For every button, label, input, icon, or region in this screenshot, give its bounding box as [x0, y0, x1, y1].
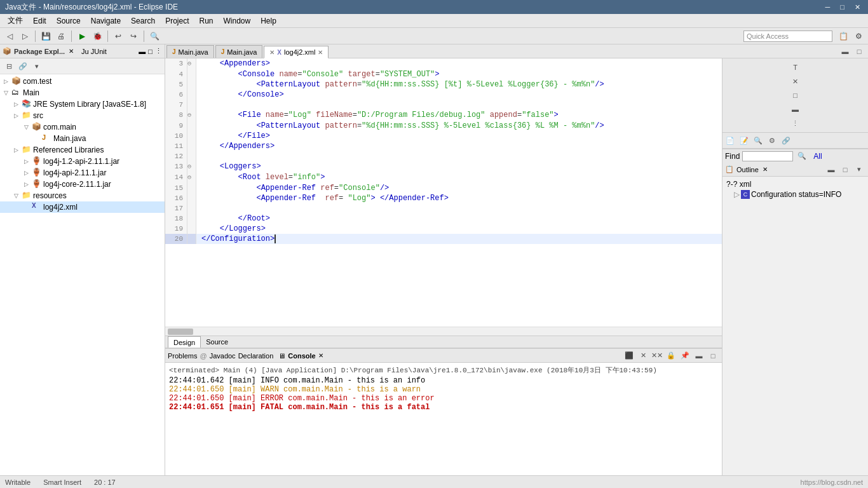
menu-search[interactable]: Search	[126, 15, 160, 27]
tree-item-commain[interactable]: ▽ 📦 com.main	[0, 121, 165, 133]
line-marker	[187, 141, 196, 151]
maximize-editor[interactable]: □	[853, 45, 865, 58]
tree-item-src[interactable]: ▷ 📁 src	[0, 110, 165, 121]
toolbar-save[interactable]: 💾	[39, 29, 53, 43]
menu-文件[interactable]: 文件	[3, 14, 28, 27]
find-input[interactable]	[742, 151, 793, 161]
tree-item-comtest[interactable]: ▷ 📦 com.test	[0, 76, 165, 87]
tree-item-log4j3[interactable]: ▷ 🏺 log4j-core-2.11.1.jar	[0, 179, 165, 190]
menu-navigate[interactable]: Navigate	[86, 15, 126, 27]
close-console-btn[interactable]: ✕	[637, 349, 649, 362]
toolbar-undo[interactable]: ↩	[111, 29, 125, 43]
tree-item-reflibrary[interactable]: ▷ 📁 Referenced Libraries	[0, 144, 165, 156]
pin-btn[interactable]: 📌	[679, 349, 691, 362]
maximize-left-icon[interactable]: □	[148, 48, 153, 55]
outline-item-xml[interactable]: ?-? xml	[726, 179, 864, 189]
toolbar-back[interactable]: ◁	[3, 29, 17, 43]
clear-console-btn[interactable]: ✕✕	[651, 349, 663, 362]
tree-item-log4j2xml[interactable]: X log4j2.xml	[0, 201, 165, 213]
console-tab[interactable]: Console	[288, 352, 315, 360]
problems-tab[interactable]: Problems	[168, 352, 197, 360]
junit-tab-label[interactable]: Ju JUnit	[81, 48, 107, 55]
right-tool-5[interactable]: ⋮	[789, 117, 802, 130]
menu-edit[interactable]: Edit	[28, 15, 51, 27]
stop-btn[interactable]: ⬛	[623, 349, 635, 362]
right-btn-b[interactable]: 📝	[738, 134, 750, 147]
tree-label: log4j-core-2.11.1.jar	[43, 180, 111, 189]
scroll-lock-btn[interactable]: 🔒	[665, 349, 677, 362]
right-tool-3[interactable]: □	[789, 89, 802, 102]
code-editor[interactable]: 3 ⊖ <Appenders> 4 <Console name="Console…	[165, 58, 722, 327]
right-tool-1[interactable]: T	[789, 61, 802, 74]
toolbar-search[interactable]: 🔍	[147, 29, 161, 43]
right-tool-2[interactable]: ✕	[789, 75, 802, 88]
menu-project[interactable]: Project	[160, 15, 194, 27]
java-tab-icon: J	[172, 48, 176, 55]
close-outline[interactable]: ✕	[763, 166, 768, 173]
tab-source[interactable]: Source	[201, 336, 233, 348]
tree-item-main[interactable]: ▽ 🗂 Main	[0, 87, 165, 98]
outline-collapse[interactable]: ▬	[825, 163, 837, 176]
declaration-tab[interactable]: Declaration	[238, 352, 274, 360]
right-tool-4[interactable]: ▬	[789, 103, 802, 116]
outline-menu[interactable]: ▾	[853, 163, 865, 176]
minimize-button[interactable]: ─	[823, 3, 833, 11]
tree-menu[interactable]: ▾	[31, 60, 43, 72]
toolbar-debug[interactable]: 🐞	[90, 29, 104, 43]
line-number: 14	[165, 172, 187, 183]
tree-item-log4j1[interactable]: ▷ 🏺 log4j-1.2-api-2.11.1.jar	[0, 156, 165, 167]
tab-dirty-close[interactable]: ✕	[318, 49, 323, 56]
link-with-editor[interactable]: 🔗	[17, 60, 29, 72]
console-minimize[interactable]: ▬	[693, 349, 705, 362]
toolbar-forward[interactable]: ▷	[18, 29, 32, 43]
code-line-12: 12	[165, 151, 722, 161]
console-maximize[interactable]: □	[707, 349, 719, 362]
toolbar-run[interactable]: ▶	[75, 29, 89, 43]
tree-item-mainjava[interactable]: J Main.java	[0, 133, 165, 144]
close-package-explorer[interactable]: ✕	[69, 48, 74, 55]
maximize-button[interactable]: □	[837, 3, 847, 11]
tree-item-log4j2[interactable]: ▷ 🏺 log4j-api-2.11.1.jar	[0, 167, 165, 179]
toolbar-perspectives[interactable]: 📋	[836, 29, 850, 43]
line-number: 10	[165, 131, 187, 141]
outline-controls: ▬ □ ▾	[825, 163, 865, 176]
tab-mainjava-1[interactable]: J Main.java	[166, 45, 214, 58]
right-btn-d[interactable]: ⚙	[766, 134, 778, 147]
close-button[interactable]: ✕	[852, 3, 863, 11]
outline-item-config[interactable]: ▷ C Configuration status=INFO	[726, 189, 864, 200]
code-line-10: 10 </File>	[165, 131, 722, 141]
menu-window[interactable]: Window	[219, 15, 256, 27]
line-content: </Appenders>	[196, 141, 275, 151]
expand-arrow: ▷	[24, 170, 32, 176]
minimize-editor[interactable]: ▬	[839, 45, 851, 58]
minimize-left-icon[interactable]: ▬	[139, 48, 146, 55]
tree-item-jre[interactable]: ▷ 📚 JRE System Library [JavaSE-1.8]	[0, 98, 165, 110]
tab-close-icon[interactable]: ✕	[269, 49, 275, 56]
line-marker	[187, 131, 196, 141]
tab-mainjava-2[interactable]: J Main.java	[215, 45, 263, 58]
right-btn-c[interactable]: 🔍	[752, 134, 764, 147]
code-line-17: 17	[165, 203, 722, 214]
toolbar-redo[interactable]: ↪	[126, 29, 140, 43]
collapse-all[interactable]: ⊟	[3, 60, 15, 72]
toolbar-print[interactable]: 🖨	[54, 29, 68, 43]
menu-help[interactable]: Help	[255, 15, 281, 27]
code-line-20: 20 </Configuration>	[165, 234, 722, 244]
toolbar-settings[interactable]: ⚙	[851, 29, 865, 43]
find-search-btn[interactable]: 🔍	[796, 150, 808, 163]
menu-run[interactable]: Run	[194, 15, 218, 27]
all-label[interactable]: All	[813, 152, 822, 161]
outline-title: Outline	[736, 166, 759, 173]
right-btn-a[interactable]: 📄	[724, 134, 736, 147]
toolbar-left-icon[interactable]: ⋮	[155, 47, 162, 55]
horizontal-scrollbar[interactable]	[165, 327, 722, 336]
right-btn-e[interactable]: 🔗	[780, 134, 792, 147]
tab-log4j2xml[interactable]: ✕ X log4j2.xml ✕	[264, 46, 329, 58]
menu-source[interactable]: Source	[51, 15, 86, 27]
quick-access-input[interactable]: Quick Access	[743, 30, 832, 42]
tab-design[interactable]: Design	[168, 336, 201, 348]
outline-maximize[interactable]: □	[839, 163, 851, 176]
tree-item-resources[interactable]: ▽ 📁 resources	[0, 190, 165, 201]
javadoc-tab[interactable]: Javadoc	[210, 352, 236, 360]
console-tab-close[interactable]: ✕	[318, 352, 323, 359]
